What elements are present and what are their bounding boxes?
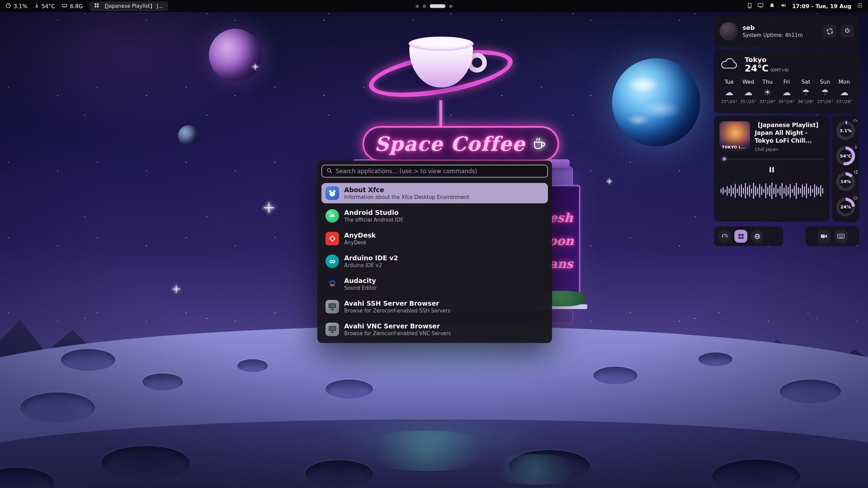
gauge-ring [836, 146, 855, 165]
weather-icon: ☁ [739, 87, 758, 97]
workspace-active-pill[interactable] [430, 4, 446, 8]
app-desc: Sound Editor [344, 285, 377, 291]
gear-icon [854, 170, 858, 174]
volume-icon[interactable] [781, 3, 786, 9]
wave-bar [757, 187, 758, 194]
active-window-button[interactable]: 【Japanese Playlist】 J... [90, 2, 168, 11]
gpu-gauge: 14% [835, 171, 856, 192]
wave-bar [792, 189, 793, 193]
wave-bar [808, 188, 809, 194]
app-name: Audacity [344, 277, 377, 285]
wave-bar [790, 184, 791, 198]
workspace-dot-2[interactable] [423, 4, 426, 8]
arduino-icon: ∞ [326, 255, 339, 268]
pause-icon [769, 166, 775, 175]
power-button[interactable] [841, 25, 854, 38]
wave-bar [784, 188, 785, 194]
avatar[interactable] [719, 22, 738, 40]
wave-bar [814, 184, 815, 198]
track-title: 【Japanese Playlist】 Japan All Night - To… [755, 121, 824, 145]
window-neon-text: ans [549, 257, 573, 271]
wave-bar [723, 187, 724, 195]
speedometer-icon [853, 119, 858, 124]
forecast-day: Thu ☀ 33°/26° [758, 79, 777, 104]
app-row-avahi-vnc[interactable]: Avahi VNC Server Browser Browse for Zero… [321, 319, 548, 340]
crater [698, 352, 732, 366]
wave-bar [798, 187, 799, 195]
window-grid-icon [94, 3, 99, 9]
search-input[interactable] [336, 168, 543, 175]
wave-bar [745, 183, 746, 199]
display-icon[interactable] [757, 3, 764, 9]
weather-icon: ☂ [796, 87, 815, 97]
app-name: Arduino IDE v2 [344, 254, 398, 262]
forecast-day: Fri ☁ 35°/26° [777, 79, 796, 104]
phone-icon[interactable] [748, 3, 752, 10]
weather-icon: ☀ [758, 87, 777, 97]
wave-bar [737, 188, 738, 193]
wave-bar [804, 186, 805, 195]
widgets-button[interactable] [734, 230, 747, 243]
cloud-icon [719, 56, 739, 73]
waveform [719, 180, 824, 202]
cpu-gauge-icon [5, 3, 11, 10]
wave-bar [767, 187, 768, 195]
app-row-anydesk[interactable]: AnyDesk AnyDesk [321, 228, 548, 249]
app-desc: Browse for Zeroconf-enabled SSH Servers [344, 308, 450, 314]
track-subtitle: Chill Japan. [755, 147, 824, 152]
audacity-icon [326, 277, 339, 291]
uptime-text: System Uptime: 4h11m [743, 32, 818, 38]
monitor-icon [326, 323, 339, 336]
wave-bar [771, 182, 772, 199]
app-row-audacity[interactable]: Audacity Sound Editor [321, 274, 548, 294]
earth-planet [612, 58, 700, 146]
bell-icon[interactable] [769, 3, 775, 10]
ram-icon [62, 3, 67, 10]
app-row-avahi-ssh[interactable]: Avahi SSH Server Browser Browse for Zero… [321, 297, 548, 317]
temp-metric: 54°C [34, 3, 55, 9]
wave-bar [741, 184, 742, 197]
cpu-metric: 3.1% [5, 3, 27, 10]
dashboard-button[interactable] [718, 230, 731, 243]
cpu-value: 3.1% [14, 3, 27, 9]
progress-bar[interactable] [719, 157, 824, 161]
weather-card: Tokyo 24°C(GMT+9) Tue ☁ 33°/24° Wed ☁ 35… [714, 49, 859, 113]
sparkle-star [253, 64, 258, 70]
wave-bar [731, 185, 732, 197]
screen-record-button[interactable] [817, 230, 830, 243]
gear-icon [827, 28, 833, 35]
app-grid-icon[interactable] [857, 3, 863, 9]
teal-glow [485, 454, 587, 485]
wave-bar [729, 188, 730, 194]
search-bar[interactable] [321, 165, 548, 178]
settings-button[interactable] [823, 25, 836, 38]
workspace-dot-4[interactable] [449, 4, 453, 8]
progress-thumb[interactable] [723, 157, 726, 161]
app-row-arduino[interactable]: ∞ Arduino IDE v2 Arduino IDE v2 [321, 251, 548, 271]
current-temp: 24°C(GMT+9) [745, 64, 789, 73]
workspace-dot-1[interactable] [416, 4, 419, 8]
weather-icon: ☁ [834, 87, 854, 97]
memory-value: 6.8G [70, 3, 83, 9]
wave-bar [751, 188, 752, 194]
crater [305, 460, 373, 487]
crater [20, 392, 95, 423]
app-row-android-studio[interactable]: Android Studio The official Android IDE [321, 206, 548, 226]
wave-bar [743, 188, 744, 194]
wave-bar [765, 183, 766, 198]
app-row-about-xfce[interactable]: About Xfce Information about the Xfce De… [321, 183, 548, 203]
wave-bar [806, 183, 807, 198]
keyboard-button[interactable] [834, 230, 847, 243]
pause-button[interactable] [765, 165, 778, 176]
ram-icon [853, 196, 858, 200]
crater [780, 380, 841, 403]
monitor-icon [326, 300, 339, 313]
clock[interactable]: 17:09 - Tue, 19 Aug [792, 3, 851, 9]
forecast-day: Mon ☁ 33°/26° [834, 79, 854, 104]
forecast-day: Sun ☂ 33°/26° [815, 79, 835, 104]
wave-bar [775, 184, 776, 197]
thermometer-icon [854, 144, 858, 149]
teal-glow [356, 430, 498, 471]
globe-button[interactable] [751, 230, 764, 243]
weather-header: Tokyo 24°C(GMT+9) [719, 56, 854, 73]
